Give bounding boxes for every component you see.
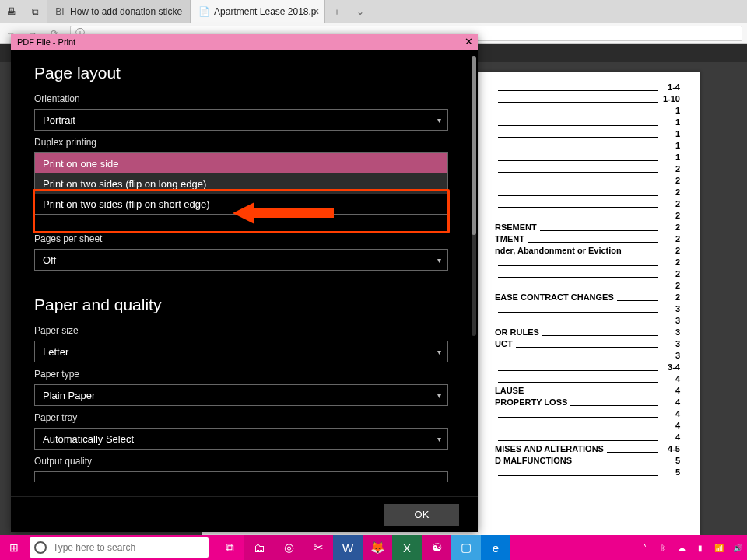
ok-button[interactable]: OK [384,504,459,526]
doc-toc-leader [498,317,658,324]
doc-toc-leader [498,118,658,126]
chevron-down-icon: ▾ [437,435,441,443]
paper-size-label: Paper size [34,325,448,336]
doc-toc-leader [498,422,658,429]
doc-toc-leader [498,212,658,219]
bluetooth-icon[interactable]: ᛒ [657,541,669,554]
doc-toc-leader [498,177,658,184]
doc-toc-page-number: 4 [661,409,680,418]
doc-toc-leader [498,433,658,441]
doc-toc-leader [498,375,658,383]
pages-per-sheet-select[interactable]: Off ▾ [34,249,448,271]
paper-tray-label: Paper tray [34,412,448,423]
doc-toc-leader [542,328,658,336]
doc-toc-leader [570,398,658,406]
chevron-down-icon: ▾ [437,256,441,264]
close-tab-icon[interactable]: ✕ [312,6,320,17]
chrome-icon[interactable]: ◎ [274,535,303,560]
doc-toc-leader [498,130,658,138]
doc-toc-page-number: 4-5 [661,444,680,453]
output-quality-select[interactable] [34,471,448,482]
snipping-tool-icon[interactable]: ✂ [303,535,333,560]
browser-tab-1[interactable]: BI How to add donation sticke [47,0,191,23]
onedrive-icon[interactable]: ☁ [675,541,688,554]
doc-toc-leader [528,235,658,243]
doc-toc-page-number: 2 [661,222,680,232]
doc-toc-page-number: 1 [661,129,680,138]
system-tray: ˄ ᛒ ☁ ▮ 📶 🔊 [638,541,747,554]
app-icon[interactable]: ☯ [422,535,451,560]
wifi-icon[interactable]: 📶 [713,541,725,554]
option-label: Print on two sides (flip on short edge) [43,198,210,210]
paper-tray-select[interactable]: Automatically Select ▾ [34,428,448,450]
doc-toc-leader [498,153,658,161]
section-heading-page-layout: Page layout [34,64,448,82]
doc-toc-page-number: 2 [661,257,680,267]
firefox-icon[interactable]: 🦊 [363,535,392,560]
tray-up-icon[interactable]: ˄ [638,541,651,554]
paper-size-select[interactable]: Letter ▾ [34,341,448,362]
doc-toc-leader [498,468,658,476]
doc-toc-leader [498,188,658,196]
windows-taskbar: ⊞ Type here to search ⧉ 🗂 ◎ ✂ W 🦊 X ☯ ▢ … [0,535,747,560]
doc-toc-leader [498,200,658,208]
doc-toc-leader [527,387,658,394]
paper-type-select[interactable]: Plain Paper ▾ [34,384,448,406]
task-view-icon[interactable]: ⧉ [215,535,244,560]
new-tab-button[interactable]: ＋ [325,0,349,23]
orientation-select[interactable]: Portrait ▾ [34,109,448,131]
paper-size-value: Letter [43,346,68,358]
favicon-bi: BI [54,6,65,17]
battery-icon[interactable]: ▮ [694,541,707,554]
dialog-title: PDF File - Print [17,37,75,47]
doc-toc-page-number: 5 [661,456,680,465]
print-icon[interactable]: 🖶 [0,0,23,23]
doc-toc-leader [498,83,658,91]
dialog-titlebar[interactable]: PDF File - Print ✕ [11,34,478,50]
doc-toc-page-number: 2 [661,211,680,220]
dialog-scroll-area: Page layout Orientation Portrait ▾ Duple… [11,50,472,496]
taskbar-apps: ⧉ 🗂 ◎ ✂ W 🦊 X ☯ ▢ e [215,535,510,560]
duplex-option-short-edge[interactable]: Print on two sides (flip on short edge) [35,194,447,214]
doc-toc-page-number: 1 [661,141,680,150]
doc-toc-leader [540,223,658,231]
doc-toc-page-number: 3 [661,316,680,325]
volume-icon[interactable]: 🔊 [731,541,744,554]
start-button[interactable]: ⊞ [0,535,28,560]
doc-toc-leader [498,282,658,289]
orientation-value: Portrait [43,114,75,126]
dialog-footer: OK [11,496,478,532]
taskbar-search[interactable]: Type here to search [30,537,209,558]
doc-toc-page-number: 2 [661,164,680,173]
duplex-option-long-edge[interactable]: Print on two sides (flip on long edge) [35,173,447,194]
doc-toc-leader [498,270,658,278]
dialog-scrollbar[interactable] [472,56,476,336]
word-icon[interactable]: W [333,535,363,560]
close-dialog-icon[interactable]: ✕ [465,36,473,47]
doc-toc-page-number: 3 [661,304,680,313]
doc-toc-page-number: 2 [661,234,680,243]
set-aside-tabs-icon[interactable]: ⧉ [23,0,47,23]
doc-toc-leader [498,363,658,371]
tab-overflow-icon[interactable]: ⌄ [349,0,372,23]
cortana-icon [34,541,47,554]
excel-icon[interactable]: X [392,535,422,560]
file-explorer-icon[interactable]: 🗂 [244,535,274,560]
doc-toc-page-number: 2 [661,187,680,197]
pages-per-sheet-value: Off [43,254,56,266]
section-heading-paper-quality: Paper and quality [34,296,448,314]
duplex-option-one-side[interactable]: Print on one side [35,153,447,173]
doc-toc-page-number: 4 [661,421,680,430]
scrollbar-thumb[interactable] [472,56,476,235]
browser-tabbar: 🖶 ⧉ BI How to add donation sticke 📄 Apar… [0,0,747,23]
doc-toc-page-number: 4 [661,397,680,407]
browser-tab-2[interactable]: 📄 Apartment Lease 2018.p ✕ [191,0,324,23]
photos-icon[interactable]: ▢ [451,535,481,560]
doc-toc-page-number: 1 [661,117,680,127]
tab-label: Apartment Lease 2018.p [214,6,316,17]
edge-icon[interactable]: e [481,535,510,560]
duplex-select-open[interactable]: Print on one side Print on two sides (fl… [34,152,448,215]
doc-toc-leader [607,445,658,453]
doc-toc-leader [498,410,658,418]
doc-toc-page-number: 2 [661,176,680,185]
